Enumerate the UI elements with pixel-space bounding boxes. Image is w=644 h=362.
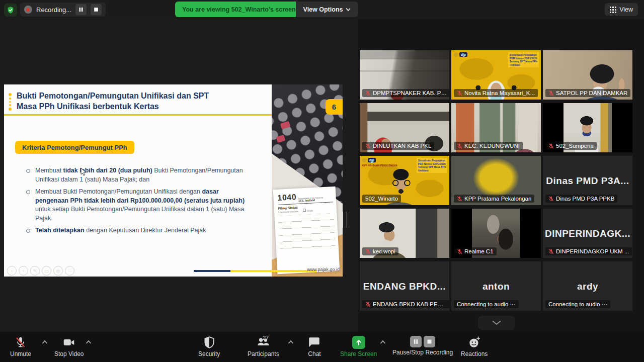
muted-mic-icon <box>457 196 462 202</box>
participant-name-text: Connecting to audio ··· <box>457 301 516 307</box>
viewing-screen-banner-text: You are viewing 502_Winarto's screen <box>182 6 296 13</box>
slideshow-control-icon[interactable]: ▭ <box>42 266 51 276</box>
kemenkeu-emblem-icon <box>454 53 458 57</box>
title-bullet-dots-decoration <box>9 93 12 111</box>
participant-tile[interactable]: DINLUTKAN KAB PKL <box>360 103 449 152</box>
slide-photo: 1040 Department of the TreasuryU.S. Indi… <box>272 84 343 277</box>
view-layout-button[interactable]: View <box>605 3 638 16</box>
slide-page-number: 6 <box>326 99 343 115</box>
participant-tile[interactable]: ENDANG BPKD... ENDANG BPKD KAB PEKA... <box>360 261 449 311</box>
participant-name-text: KPP Pratama Pekalongan <box>464 196 531 202</box>
participant-tile[interactable]: Realme C1 <box>451 209 541 258</box>
unmute-options-caret[interactable] <box>42 340 48 344</box>
pause-recording-button[interactable] <box>75 4 87 15</box>
pause-recording-icon[interactable] <box>410 336 422 347</box>
participant-tile[interactable]: DINPERINDAGK... DINPERINDAGKOP UKM ... <box>543 209 632 258</box>
participant-name-text: Connecting to audio ··· <box>548 301 607 307</box>
participant-tile[interactable]: DPMPTSPNAKER KAB. PE... <box>360 50 449 100</box>
muted-mic-icon <box>457 143 462 149</box>
shield-check-icon <box>7 6 15 14</box>
participant-name-text: 502_Sumpena <box>556 143 594 149</box>
participant-name-text: Realme C1 <box>464 248 494 254</box>
share-screen-icon <box>352 336 365 349</box>
participant-name-text: kec.wopi <box>373 248 395 254</box>
participants-options-caret[interactable] <box>288 340 294 344</box>
reactions-button[interactable]: Reactions <box>461 336 488 357</box>
slideshow-control-icon[interactable]: › <box>19 266 28 276</box>
participant-name-label: KPP Pratama Pekalongan <box>454 195 534 203</box>
share-screen-button[interactable]: Share Screen <box>340 336 377 357</box>
participant-display-name: DINPERINDAGK... <box>543 228 632 239</box>
stop-video-button[interactable]: Stop Video <box>54 336 84 357</box>
share-options-caret[interactable] <box>380 340 386 344</box>
meeting-info-shield-button[interactable] <box>4 4 17 17</box>
slide-bullet: Telah ditetapkan dengan Keputusan Direkt… <box>24 226 247 235</box>
participant-display-name: Dinas PMD P3A... <box>543 175 632 187</box>
muted-mic-icon <box>365 90 371 96</box>
participants-count: 27 <box>263 335 269 341</box>
participants-button[interactable]: 27 Participants <box>248 336 279 357</box>
participant-name-label: Connecting to audio ··· <box>454 300 519 308</box>
participant-name-label: DPMPTSPNAKER KAB. PE... <box>362 89 449 97</box>
slideshow-control-icon[interactable]: ✎ <box>30 266 40 276</box>
video-options-caret[interactable] <box>86 340 92 344</box>
participant-name-text: SATPOL PP DAN DAMKAR <box>556 90 627 96</box>
participant-tile[interactable]: ardy Connecting to audio ··· <box>543 261 632 311</box>
djp-logo-text: djp <box>368 158 376 162</box>
security-button[interactable]: Security <box>198 336 220 357</box>
participant-tile[interactable]: 502_Sumpena <box>543 103 632 152</box>
more-participants-button[interactable] <box>478 316 515 330</box>
participant-display-name: ardy <box>543 281 632 292</box>
participant-name-label: Dinas PMD P3A PPKB <box>545 195 617 203</box>
reactions-smiley-icon <box>468 336 481 349</box>
slide-title-line1: Bukti Pemotongan/Pemungutan Unifikasi da… <box>17 90 209 101</box>
slide-bullets: Membuat tidak lebih dari 20 (dua puluh) … <box>24 166 247 239</box>
participant-tile[interactable]: SATPOL PP DAN DAMKAR <box>543 50 632 100</box>
participant-name-text: DINPERINDAGKOP UKM ... <box>556 248 629 254</box>
participant-tile[interactable]: kec.wopi <box>360 209 449 258</box>
slide-topic-overlay: Sosialisasi PerpajakanPER Nomor 23/PJ/20… <box>417 158 447 173</box>
chevron-down-icon <box>492 320 501 325</box>
participant-name-text: DPMPTSPNAKER KAB. PE... <box>373 90 447 96</box>
slide-title: Bukti Pemotongan/Pemungutan Unifikasi da… <box>17 90 209 112</box>
participant-tile[interactable]: Dinas PMD P3A... Dinas PMD P3A PPKB <box>543 156 632 205</box>
slideshow-controls[interactable]: ‹›✎▭◎⋯ <box>7 266 74 276</box>
stop-recording-icon[interactable] <box>424 336 435 347</box>
participant-tile[interactable]: djp Sosialisasi PerpajakanPER Nomor 23/P… <box>451 50 541 100</box>
muted-mic-icon <box>457 249 462 254</box>
participant-name-label: DINLUTKAN KAB PKL <box>362 142 434 150</box>
slide-title-line2: Masa PPh Unifikasi berbentuk Kertas <box>17 101 209 112</box>
unmute-button[interactable]: Unmute <box>10 336 31 357</box>
shared-screen-area: Bukti Pemotongan/Pemungutan Unifikasi da… <box>0 19 358 332</box>
participant-tile[interactable]: KEC. KEDUNGWUNI <box>451 103 541 152</box>
recording-label: Recording... <box>36 6 71 14</box>
participant-name-text: Dinas PMD P3A PPKB <box>556 196 614 202</box>
slideshow-control-icon[interactable]: ‹ <box>7 266 17 276</box>
participant-name-label: 502_Winarto <box>362 195 401 203</box>
muted-mic-icon <box>548 196 554 202</box>
muted-mic-icon <box>457 90 462 96</box>
kriteria-badge: Kriteria Pemotong/Pemungut PPh <box>15 141 134 154</box>
slide-progress-bar-yellow <box>230 270 317 272</box>
participant-tile[interactable]: djp KPP PRATAMA PEKALONGAN Sosialisasi P… <box>360 156 449 205</box>
stop-recording-button[interactable] <box>91 4 102 15</box>
djp-logo: djp <box>362 158 376 162</box>
participant-display-name: ENDANG BPKD... <box>360 281 449 292</box>
view-options-dropdown[interactable]: View Options <box>296 2 358 17</box>
recording-dot-icon <box>24 6 32 14</box>
participant-name-label: 502_Sumpena <box>545 142 597 150</box>
chevron-down-icon <box>346 8 351 12</box>
panel-resize-handle[interactable] <box>343 212 347 228</box>
pause-stop-recording-button[interactable]: Pause/Stop Recording <box>392 336 453 356</box>
participant-name-label: kec.wopi <box>362 247 398 255</box>
security-label: Security <box>198 350 220 357</box>
muted-mic-icon <box>548 249 554 254</box>
slideshow-control-icon[interactable]: ◎ <box>53 266 63 276</box>
muted-mic-icon <box>365 143 371 149</box>
slideshow-control-icon[interactable]: ⋯ <box>65 266 74 276</box>
participant-tile[interactable]: KPP Pratama Pekalongan <box>451 156 541 205</box>
participant-tile[interactable]: anton Connecting to audio ··· <box>451 261 541 311</box>
chat-button[interactable]: Chat <box>308 336 321 357</box>
muted-mic-icon <box>548 90 554 96</box>
djp-office-subtitle: KPP PRATAMA PEKALONGAN <box>362 164 397 167</box>
